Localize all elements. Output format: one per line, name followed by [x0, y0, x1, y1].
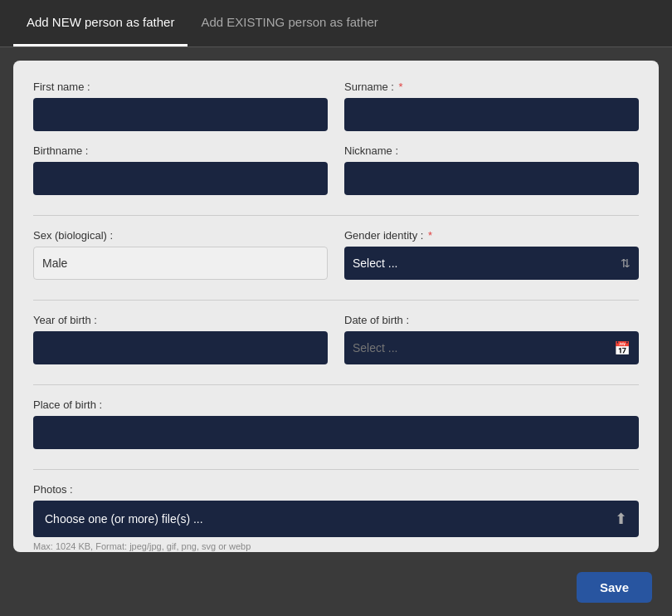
row-birth: Year of birth : Date of birth : 📅 — [33, 314, 639, 378]
divider-1 — [33, 215, 639, 216]
sex-biological-value: Male — [33, 247, 328, 280]
year-of-birth-label: Year of birth : — [33, 314, 328, 326]
date-of-birth-input[interactable] — [344, 331, 639, 364]
tab-bar: Add NEW person as father Add EXISTING pe… — [0, 0, 672, 47]
divider-4 — [33, 469, 639, 470]
modal-container: Add NEW person as father Add EXISTING pe… — [0, 0, 672, 616]
nickname-input[interactable] — [344, 162, 639, 195]
field-date-of-birth: Date of birth : 📅 — [344, 314, 639, 364]
gender-identity-select[interactable]: Select ... — [344, 247, 639, 280]
row-name: First name : Surname : * — [33, 81, 639, 144]
file-upload-button[interactable]: Choose one (or more) file(s) ... ⬆ — [33, 501, 639, 537]
first-name-label: First name : — [33, 81, 328, 93]
date-of-birth-label: Date of birth : — [344, 314, 639, 326]
tab-add-new-label: Add NEW person as father — [27, 15, 174, 29]
gender-required: * — [428, 229, 432, 242]
upload-icon: ⬆ — [615, 510, 627, 528]
year-of-birth-input[interactable] — [33, 331, 328, 364]
photos-label: Photos : — [33, 483, 639, 496]
field-surname: Surname : * — [344, 81, 639, 131]
field-nickname: Nickname : — [344, 144, 639, 195]
birthname-label: Birthname : — [33, 144, 328, 157]
date-of-birth-wrapper: 📅 — [344, 331, 639, 364]
sex-biological-label: Sex (biological) : — [33, 229, 328, 242]
modal-footer: Save — [0, 565, 672, 616]
save-button[interactable]: Save — [577, 572, 652, 603]
gender-identity-label: Gender identity : * — [344, 229, 639, 242]
surname-input[interactable] — [344, 98, 639, 131]
divider-3 — [33, 384, 639, 385]
field-birthname: Birthname : — [33, 144, 328, 195]
field-gender-identity: Gender identity : * Select ... ⇅ — [344, 229, 639, 280]
file-upload-label: Choose one (or more) file(s) ... — [45, 512, 203, 526]
field-year-of-birth: Year of birth : — [33, 314, 328, 364]
nickname-label: Nickname : — [344, 144, 639, 157]
first-name-input[interactable] — [33, 98, 328, 131]
surname-label: Surname : * — [344, 81, 639, 93]
form-area: First name : Surname : * Birthname : — [13, 61, 659, 552]
row-sex-gender: Sex (biological) : Male Gender identity … — [33, 229, 639, 293]
divider-2 — [33, 300, 639, 301]
field-sex-biological: Sex (biological) : Male — [33, 229, 328, 280]
place-of-birth-input[interactable] — [33, 416, 639, 449]
field-photos: Photos : Choose one (or more) file(s) ..… — [33, 483, 639, 551]
tab-add-existing-label: Add EXISTING person as father — [201, 15, 377, 29]
field-first-name: First name : — [33, 81, 328, 131]
tab-add-new[interactable]: Add NEW person as father — [13, 0, 187, 46]
place-of-birth-label: Place of birth : — [33, 398, 639, 411]
field-place-of-birth: Place of birth : — [33, 398, 639, 449]
save-button-label: Save — [600, 580, 629, 594]
row-place-of-birth: Place of birth : — [33, 398, 639, 462]
birthname-input[interactable] — [33, 162, 328, 195]
row-birthname-nickname: Birthname : Nickname : — [33, 144, 639, 208]
tab-add-existing[interactable]: Add EXISTING person as father — [187, 0, 391, 46]
gender-select-wrapper: Select ... ⇅ — [344, 247, 639, 280]
file-hint: Max: 1024 KB, Format: jpeg/jpg, gif, png… — [33, 541, 639, 551]
surname-required: * — [399, 81, 403, 93]
